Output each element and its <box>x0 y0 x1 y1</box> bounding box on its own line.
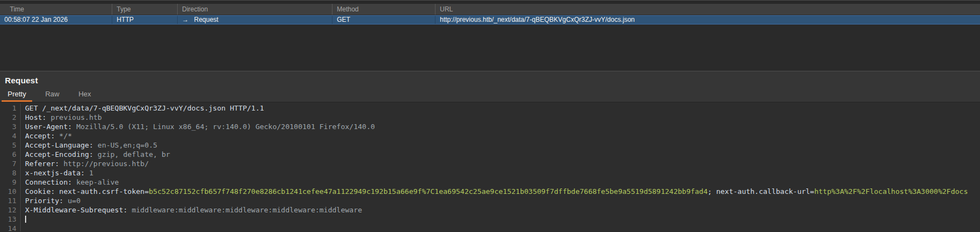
editor-line: 9Connection: keep-alive <box>0 178 980 187</box>
tab-pretty[interactable]: Pretty <box>2 88 32 102</box>
panel-title: Request <box>0 71 980 85</box>
syntax-segment-value: http://previous.htb/ <box>59 160 149 168</box>
line-number: 9 <box>0 178 21 187</box>
syntax-segment-name: Accept-Encoding: <box>25 150 93 158</box>
row-direction-cell: →Request <box>177 16 332 24</box>
request-panel: Request Pretty Raw Hex 1GET /_next/data/… <box>0 71 980 231</box>
syntax-segment-value: gzip, deflate, br <box>93 150 170 158</box>
editor-line: 6Accept-Encoding: gzip, deflate, br <box>0 150 980 159</box>
editor-line-text: Host: previous.htb <box>21 113 980 122</box>
table-empty-area <box>0 25 980 71</box>
tab-raw[interactable]: Raw <box>39 88 65 102</box>
request-arrow-icon: → <box>182 16 194 24</box>
editor-line-text: Connection: keep-alive <box>21 178 980 187</box>
line-number: 2 <box>0 113 21 122</box>
view-tabs: Pretty Raw Hex <box>0 88 980 102</box>
row-url-cell: http://previous.htb/_next/data/7-qBEQBKV… <box>435 16 980 24</box>
syntax-segment-value: previous.htb <box>46 113 102 121</box>
editor-line-text: GET /_next/data/7-qBEQBKVgCxQr3ZJ-vvY/do… <box>21 103 980 113</box>
syntax-segment-value: Mozilla/5.0 (X11; Linux x86_64; rv:140.0… <box>72 123 375 131</box>
syntax-segment-name: Accept: <box>25 132 55 140</box>
editor-line: 7Referer: http://previous.htb/ <box>0 159 980 168</box>
syntax-segment-name: User-Agent: <box>25 123 72 131</box>
column-header-time[interactable]: Time <box>0 4 112 15</box>
table-row-selected[interactable]: 00:58:07 22 Jan 2026 HTTP →Request GET h… <box>0 15 980 25</box>
syntax-segment-name: Priority: <box>25 197 63 205</box>
line-number: 7 <box>0 159 21 168</box>
syntax-segment-value: en-US,en;q=0.5 <box>93 141 157 149</box>
http-log-table: Time Type Direction Method URL 00:58:07 … <box>0 0 980 25</box>
editor-line-text: Priority: u=0 <box>21 196 980 205</box>
line-number: 6 <box>0 150 21 159</box>
line-number: 14 <box>0 224 21 231</box>
editor-line: 5Accept-Language: en-US,en;q=0.5 <box>0 141 980 150</box>
line-number: 5 <box>0 141 21 150</box>
line-number: 4 <box>0 131 21 141</box>
editor-line-text: x-nextjs-data: 1 <box>21 168 980 178</box>
line-number: 11 <box>0 196 21 205</box>
syntax-segment-value: keep-alive <box>72 178 119 186</box>
text-cursor <box>25 216 26 223</box>
editor-line-text: Accept-Encoding: gzip, deflate, br <box>21 150 980 159</box>
editor-line-text: Cookie: next-auth.csrf-token=b5c52c87152… <box>21 187 980 196</box>
column-header-method[interactable]: Method <box>332 4 435 15</box>
syntax-segment-name: GET /_next/data/7-qBEQBKVgCxQr3ZJ-vvY/do… <box>25 104 264 112</box>
editor-line-text: User-Agent: Mozilla/5.0 (X11; Linux x86_… <box>21 122 980 131</box>
line-number: 13 <box>0 215 21 224</box>
syntax-segment-name: x-nextjs-data: <box>25 169 85 177</box>
line-number: 8 <box>0 168 21 178</box>
syntax-segment-name: Connection: <box>25 178 72 186</box>
column-header-type[interactable]: Type <box>112 4 177 15</box>
row-method-cell: GET <box>332 16 435 24</box>
row-type-cell: HTTP <box>112 16 177 24</box>
syntax-segment-name: Referer: <box>25 160 59 168</box>
syntax-segment-value: middleware:middleware:middleware:middlew… <box>128 206 362 214</box>
row-time-cell: 00:58:07 22 Jan 2026 <box>0 16 112 24</box>
syntax-segment-name: next-auth.csrf-token= <box>55 187 149 196</box>
table-header-row: Time Type Direction Method URL <box>0 4 980 15</box>
editor-line-text: Accept-Language: en-US,en;q=0.5 <box>21 141 980 150</box>
syntax-segment-name: Host: <box>25 113 46 121</box>
line-number: 1 <box>0 103 21 113</box>
request-editor[interactable]: 1GET /_next/data/7-qBEQBKVgCxQr3ZJ-vvY/d… <box>0 102 980 231</box>
editor-line: 2Host: previous.htb <box>0 113 980 122</box>
editor-line: 4Accept: */* <box>0 131 980 141</box>
editor-line: 12X-Middleware-Subrequest: middleware:mi… <box>0 205 980 215</box>
line-number: 10 <box>0 187 21 196</box>
editor-line: 8x-nextjs-data: 1 <box>0 168 980 178</box>
syntax-segment-value: 1 <box>85 169 94 177</box>
editor-line: 10Cookie: next-auth.csrf-token=b5c52c871… <box>0 187 980 196</box>
editor-line: 3User-Agent: Mozilla/5.0 (X11; Linux x86… <box>0 122 980 131</box>
editor-line-text: Referer: http://previous.htb/ <box>21 159 980 168</box>
syntax-segment-token: b5c52c87152cfb657f748f270e8286cb1241cefe… <box>149 187 707 196</box>
column-header-direction[interactable]: Direction <box>177 4 332 15</box>
row-direction-label: Request <box>194 16 219 23</box>
syntax-segment-name: ; next-auth.callback-url= <box>707 187 814 196</box>
column-header-url[interactable]: URL <box>435 4 980 15</box>
syntax-segment-name: Accept-Language: <box>25 141 93 149</box>
editor-line: 13 <box>0 215 980 224</box>
line-number: 3 <box>0 122 21 131</box>
editor-line: 1GET /_next/data/7-qBEQBKVgCxQr3ZJ-vvY/d… <box>0 103 980 113</box>
editor-line-text: Accept: */* <box>21 131 980 141</box>
syntax-segment-name: Cookie: <box>25 187 55 196</box>
editor-line-text <box>21 215 980 224</box>
editor-line: 14 <box>0 224 980 231</box>
syntax-segment-value: */* <box>55 132 72 140</box>
syntax-segment-token: http%3A%2F%2Flocalhost%3A3000%2Fdocs <box>814 187 968 196</box>
editor-lines: 1GET /_next/data/7-qBEQBKVgCxQr3ZJ-vvY/d… <box>0 103 980 231</box>
editor-line: 11Priority: u=0 <box>0 196 980 205</box>
syntax-segment-value: u=0 <box>63 197 80 205</box>
line-number: 12 <box>0 205 21 215</box>
editor-line-text: X-Middleware-Subrequest: middleware:midd… <box>21 205 980 215</box>
editor-line-text <box>21 224 980 231</box>
syntax-segment-name: X-Middleware-Subrequest: <box>25 206 128 214</box>
tab-hex[interactable]: Hex <box>72 88 97 102</box>
